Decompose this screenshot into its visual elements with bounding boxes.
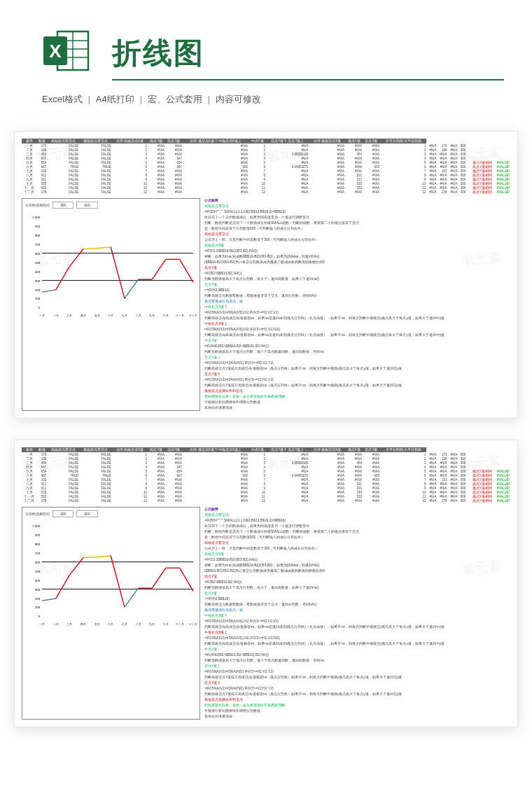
svg-text:十二月: 十二月 — [189, 622, 197, 626]
formula-line: 判断当数据值高大于低点分割数，低小于高点数返回数，返回高数值，否则na — [204, 349, 510, 354]
table-cell: #N/A — [165, 498, 183, 503]
svg-text:一月: 一月 — [39, 622, 45, 626]
table-cell: #N/A — [266, 498, 309, 503]
chart-header: 分割线选择区间300600 — [25, 202, 197, 209]
subtitle-row: Excel格式| A4纸打印| 宏、公式套用| 内容可修改 — [0, 88, 532, 118]
formula-line: 判断当数据值高大于低点分割数，低小于高点数返回数，返回高数值，否则na — [204, 658, 510, 663]
formula-line: 交点Y值上 — [204, 355, 510, 360]
formula-line: 低临差点选择操作和交点 — [204, 697, 510, 702]
table-header: 次序 高临交点X值 — [111, 447, 147, 452]
table-cell: 278 — [437, 190, 447, 194]
svg-text:X: X — [49, 41, 62, 62]
formula-line: =IF(AND(B2<$B$16,B2>$B$19),B2,NA()) — [204, 344, 510, 349]
formula-line: 高临交点X值 — [204, 243, 510, 248]
svg-text:100: 100 — [35, 606, 41, 610]
formula-line: 交点Y值 — [204, 591, 510, 596]
svg-text:十一月: 十一月 — [176, 622, 184, 626]
formula-line: =IF(ISNA(V2)=ISNA(V3)),N2,IF(V3>=H2,V2,N… — [204, 327, 510, 332]
formula-explanation: 公式解释高临差点有交点=IF(B3="","",SMALL((1:1,D$2:B… — [204, 198, 510, 411]
table-header: 低临差点有交点 — [79, 139, 111, 144]
formula-line: 把的逻辑化分析，差收一步分析深加好后来易来理解 — [204, 703, 510, 708]
table-cell: #N/A — [363, 498, 380, 503]
formula-line: =IF(D2,S$B$16-B2)/(B3-B2),NA()) — [204, 557, 510, 562]
formula-title: 公式解释 — [204, 198, 510, 203]
formula-line: 中临化点X值下 — [204, 304, 510, 309]
table-header: 条件 — [22, 447, 36, 452]
svg-text:四月: 四月 — [80, 314, 86, 317]
table-cell: #N/A — [447, 498, 458, 503]
svg-text:三月: 三月 — [66, 622, 72, 626]
formula-line: 判断当数据值高大于高点分割数，高大于，返回高数值，如果小于返回na() — [204, 585, 510, 590]
table-cell: FALSE — [47, 498, 79, 503]
formula-line: 中点Y值 — [204, 647, 510, 652]
formula-line: 判断高级交点数据有数据，有数据值变等于交点，返回分割数，否则NA() — [204, 293, 510, 298]
formula-title: 公式解释 — [204, 507, 510, 512]
svg-line-77 — [152, 568, 166, 588]
table-header: 次序 低交点X值下 中临交点X值上 — [183, 139, 248, 144]
data-table: 条件数值高临差点有交点低临差点有交点次序 高临交点X值高点Y值交点Y值次序 低交… — [22, 447, 510, 503]
table-cell: FALSE — [79, 498, 111, 503]
table-cell: #N/A — [148, 190, 165, 194]
table-cell: 12 — [248, 190, 266, 194]
chart-input[interactable]: 600 — [76, 202, 97, 209]
formula-line: 高临差点有交点 — [204, 540, 510, 545]
svg-text:200: 200 — [35, 288, 41, 292]
subtitle-format: Excel格式 — [42, 94, 83, 104]
table-cell: #N/A — [447, 190, 458, 194]
svg-line-42 — [180, 259, 194, 282]
formula-line: 对前后下一个开闭数据成分，如果为同高度是另一个值进行调整形式 — [204, 215, 510, 220]
svg-line-79 — [180, 568, 194, 591]
table-cell: 12 — [111, 190, 147, 194]
table-cell: 十二月 — [22, 498, 36, 503]
table-header: 条件 — [22, 139, 36, 144]
svg-text:四月: 四月 — [80, 622, 86, 626]
chart-input[interactable]: 300 — [52, 202, 74, 209]
table-cell: 300 — [458, 498, 466, 503]
svg-text:900: 900 — [35, 533, 41, 537]
formula-line: 差：数组中间差等于分割数值600（可判断输入的成分分割操作） — [204, 535, 510, 540]
table-cell: #N/A — [363, 190, 380, 194]
formula-line: 交点Y值 — [204, 282, 510, 287]
data-table: 条件数值高临差点有交点低临差点有交点次序 高临交点X值高点Y值交点Y值次序 低交… — [22, 139, 510, 194]
table-cell: #N/A — [309, 190, 345, 194]
chart-input[interactable]: 600 — [76, 510, 97, 517]
formula-line: 低点有最成分与高点一致 — [204, 608, 510, 612]
table-cell: 十二月 — [22, 190, 36, 194]
status-cell: 高点Y值相同 — [466, 190, 492, 194]
lower-area: 分割线选择区间300600010020030040050060070080090… — [22, 198, 510, 411]
chart-title: 分割线选择区间 — [25, 512, 50, 516]
svg-text:六月: 六月 — [108, 622, 113, 626]
svg-text:1,000: 1,000 — [32, 216, 40, 219]
svg-line-38 — [125, 279, 139, 298]
svg-text:十月: 十月 — [163, 314, 169, 317]
svg-text:0: 0 — [38, 615, 41, 618]
svg-text:100: 100 — [35, 298, 41, 301]
formula-line: 可根据分析此图将线作调整分割数值 — [204, 708, 510, 713]
formula-line: =IF(ISNA(V2)=ISNA(V3)),K2,IF(V3>=H2,V2,V… — [204, 619, 510, 624]
table-header: 中点Y值 — [248, 447, 266, 452]
chart-input[interactable]: 300 — [52, 510, 74, 517]
formula-line: =IF(B2>$B$16,B2,NA()) — [204, 271, 510, 276]
table-cell: #N/A — [165, 190, 183, 194]
svg-text:十月: 十月 — [163, 622, 169, 626]
value-cell: #VALUE! — [493, 190, 510, 194]
svg-text:0: 0 — [38, 306, 41, 309]
formula-line: =IF(ISNA(V2)=ISNA(H2)),IF(V3>=V2,H2,Y2) — [204, 686, 510, 691]
table-cell: #N/A — [183, 190, 248, 194]
table-cell: #N/A — [148, 498, 165, 503]
formula-line: ($B$16-B2)/(B3-B2)为计算交分割数据成为最高二数成由各的数高到轨… — [204, 260, 510, 265]
svg-text:800: 800 — [35, 542, 41, 546]
svg-text:300: 300 — [35, 279, 41, 283]
svg-line-33 — [56, 267, 70, 290]
svg-text:200: 200 — [35, 597, 41, 601]
svg-text:一月: 一月 — [39, 314, 45, 317]
svg-text:400: 400 — [35, 270, 41, 274]
formula-line: 具体操作请著现成 — [204, 405, 510, 410]
svg-line-69 — [42, 598, 56, 601]
formula-line: 中临化点X值上 — [204, 630, 510, 635]
table-header: 水平分割线 水平分割线 — [380, 447, 426, 452]
chart-header: 分割线选择区间300600 — [25, 510, 197, 517]
subtitle-print: A4纸打印 — [96, 94, 134, 104]
table-cell: 300 — [458, 190, 466, 194]
svg-text:七月: 七月 — [122, 314, 127, 317]
